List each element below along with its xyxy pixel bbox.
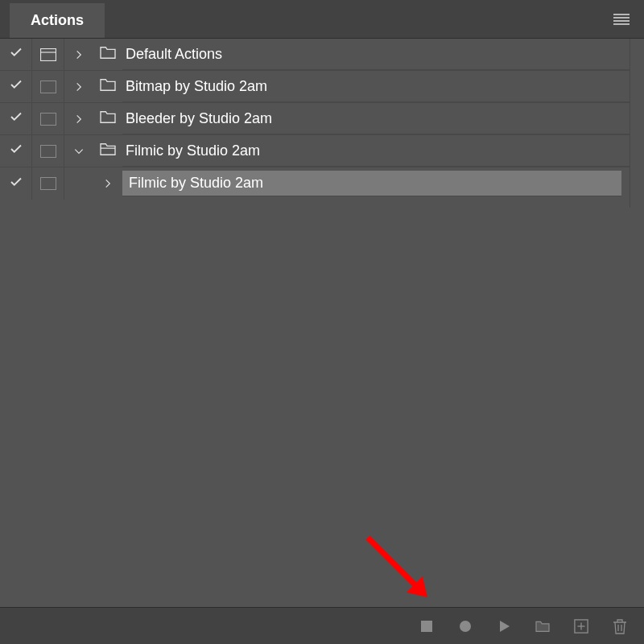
svg-line-7 (368, 538, 423, 592)
bottom-toolbar (0, 607, 644, 644)
chevron-right-icon (102, 178, 114, 189)
scrollbar[interactable] (630, 39, 644, 208)
play-button[interactable] (496, 618, 512, 634)
toggle-checkbox[interactable] (0, 167, 32, 200)
action-set-row[interactable]: Bitmap by Studio 2am (0, 71, 644, 103)
chevron-down-icon (73, 146, 85, 157)
toggle-checkbox[interactable] (0, 103, 32, 134)
hamburger-icon (613, 14, 630, 25)
folder-icon (99, 109, 117, 128)
folder-indicator (93, 142, 122, 160)
trash-icon (613, 618, 626, 634)
record-button[interactable] (457, 618, 473, 634)
folder-indicator (93, 45, 122, 64)
delete-button[interactable] (612, 618, 628, 634)
empty-box-icon (40, 80, 56, 93)
action-label: Bleeder by Studio 2am (122, 103, 644, 134)
empty-box-icon (40, 113, 56, 126)
action-set-row[interactable]: Bleeder by Studio 2am (0, 103, 644, 135)
folder-icon (535, 620, 551, 633)
folder-indicator (93, 77, 122, 96)
dialog-icon (40, 48, 56, 61)
new-action-button[interactable] (573, 618, 589, 634)
svg-rect-2 (421, 621, 432, 632)
dialog-toggle[interactable] (32, 167, 64, 200)
toggle-checkbox[interactable] (0, 39, 32, 70)
actions-list: Default Actions Bitmap by Studio 2am (0, 39, 644, 200)
panel-menu-button[interactable] (605, 0, 638, 38)
panel-header: Actions (0, 0, 644, 39)
header-spacer (105, 0, 605, 38)
svg-rect-0 (40, 48, 56, 60)
expand-toggle[interactable] (64, 49, 93, 60)
action-set-row[interactable]: Filmic by Studio 2am (0, 135, 644, 167)
expand-toggle[interactable] (64, 114, 93, 125)
empty-box-icon (40, 145, 56, 158)
chevron-right-icon (73, 81, 85, 93)
action-label: Bitmap by Studio 2am (122, 71, 644, 102)
expand-toggle[interactable] (64, 146, 93, 157)
svg-point-3 (460, 621, 471, 632)
chevron-right-icon (73, 114, 85, 125)
record-icon (459, 620, 472, 633)
stop-button[interactable] (419, 618, 435, 634)
check-icon (9, 142, 23, 160)
folder-open-icon (99, 142, 117, 160)
toggle-checkbox[interactable] (0, 135, 32, 167)
annotation-arrow (360, 530, 448, 618)
new-item-icon (574, 619, 588, 634)
toggle-checkbox[interactable] (0, 71, 32, 102)
folder-indicator (93, 109, 122, 128)
check-icon (9, 175, 23, 193)
action-label: Filmic by Studio 2am (122, 135, 644, 167)
action-item-row[interactable]: Filmic by Studio 2am (0, 167, 644, 200)
check-icon (9, 109, 23, 128)
action-label: Default Actions (122, 39, 644, 70)
dialog-toggle[interactable] (32, 103, 64, 134)
folder-icon (99, 45, 117, 64)
dialog-toggle[interactable] (32, 71, 64, 102)
tab-actions[interactable]: Actions (10, 3, 105, 38)
new-set-button[interactable] (535, 618, 551, 634)
stop-icon (420, 620, 433, 633)
expand-toggle[interactable] (93, 178, 122, 189)
empty-box-icon (40, 177, 56, 190)
action-label-selected: Filmic by Studio 2am (122, 171, 621, 196)
dialog-toggle[interactable] (32, 135, 64, 167)
play-icon (497, 620, 510, 633)
dialog-toggle[interactable] (32, 39, 64, 70)
action-set-row[interactable]: Default Actions (0, 39, 644, 71)
folder-icon (99, 77, 117, 96)
check-icon (9, 45, 23, 64)
tab-label: Actions (31, 12, 84, 29)
expand-toggle[interactable] (64, 81, 93, 93)
chevron-right-icon (73, 49, 85, 60)
check-icon (9, 77, 23, 96)
